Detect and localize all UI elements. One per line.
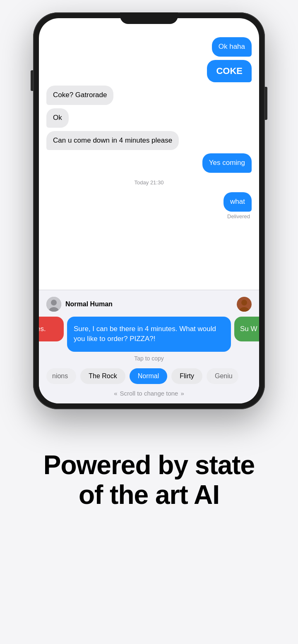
tone-pill-normal[interactable]: Normal <box>130 368 168 384</box>
chat-messages: Ok haha COKE Coke? Gatrorade Ok <box>39 31 259 290</box>
message-coke: COKE <box>207 60 252 82</box>
ai-panel-header: Normal Human <box>39 297 259 317</box>
tone-pill-the-rock[interactable]: The Rock <box>80 368 125 384</box>
chat-screen: Ok haha COKE Coke? Gatrorade Ok <box>39 18 259 403</box>
ai-panel: Normal Human es. <box>39 290 259 403</box>
suggestion-card-main[interactable]: Sure, I can be there in 4 minutes. What … <box>67 317 231 352</box>
ai-persona-name: Normal Human <box>65 301 113 308</box>
headline: Powered by state of the art AI <box>15 451 283 510</box>
message-come-down: Can u come down in 4 minutes please <box>46 131 179 150</box>
tap-to-copy[interactable]: Tap to copy <box>39 352 259 367</box>
phone-screen: Ok haha COKE Coke? Gatrorade Ok <box>39 18 259 403</box>
phone-notch <box>120 12 178 24</box>
suggestion-card-right[interactable]: Su W <box>234 317 259 341</box>
phone-frame: Ok haha COKE Coke? Gatrorade Ok <box>33 12 265 409</box>
tone-pills: nions The Rock Normal Flirty Geniu <box>39 367 259 387</box>
tone-pill-opinions[interactable]: nions <box>46 368 76 384</box>
avatar-right <box>237 297 252 312</box>
timestamp: Today 21:30 <box>46 179 252 186</box>
suggestion-card-left[interactable]: es. <box>39 317 64 341</box>
svg-point-4 <box>241 300 247 305</box>
svg-point-1 <box>51 300 57 305</box>
delivered-label: Delivered <box>46 213 252 219</box>
avatar <box>46 297 61 312</box>
bottom-section: Powered by state of the art AI <box>0 426 298 526</box>
tone-pill-genius[interactable]: Geniu <box>207 368 238 384</box>
tone-pill-flirty[interactable]: Flirty <box>171 368 202 384</box>
message-coke-gatrorade: Coke? Gatrorade <box>46 86 113 105</box>
scroll-hint: « Scroll to change tone » <box>39 387 259 398</box>
suggestions-row: es. Sure, I can be there in 4 minutes. W… <box>39 317 259 352</box>
message-ok: Ok <box>46 108 69 128</box>
message-ok-haha: Ok haha <box>212 37 252 57</box>
message-yes-coming: Yes coming <box>202 153 252 173</box>
phone-wrapper: Ok haha COKE Coke? Gatrorade Ok <box>0 0 298 426</box>
message-what: what <box>223 192 252 212</box>
